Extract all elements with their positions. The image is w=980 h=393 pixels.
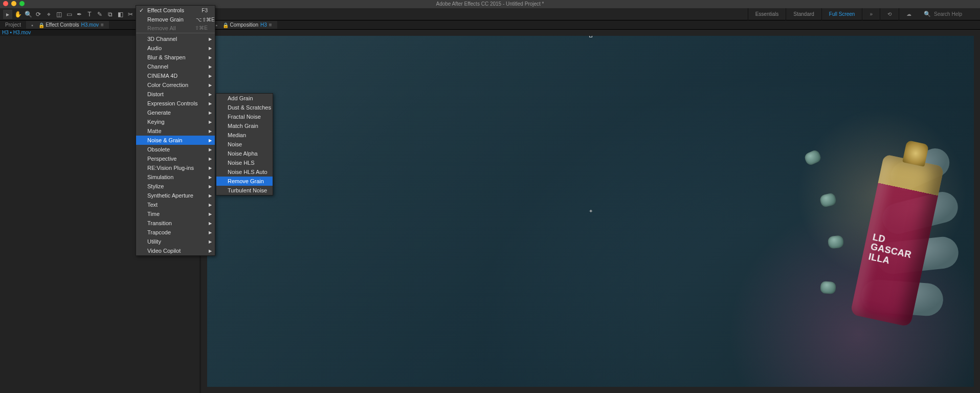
layer-handle-top[interactable]	[589, 36, 592, 37]
menu-item-noise-grain[interactable]: Noise & Grain	[136, 136, 215, 145]
noise-and-grain-submenu[interactable]: Add GrainDust & ScratchesFractal NoiseMa…	[216, 93, 273, 195]
menu-item-transition[interactable]: Transition	[136, 219, 215, 228]
composition-viewer[interactable]: ✦ LD GASCAR ILLA	[201, 30, 980, 393]
menu-item-obsolete[interactable]: Obsolete	[136, 145, 215, 154]
menu-item-label: Dust & Scratches	[228, 104, 271, 111]
menu-item-re-vision-plug-ins[interactable]: RE:Vision Plug-ins	[136, 163, 215, 172]
effect-controls-tab[interactable]: ▪ 🔒 Effect Controls H3.mov ≡	[26, 21, 109, 29]
shape-tool-icon[interactable]: ▭	[64, 10, 74, 19]
lock-icon[interactable]: 🔒	[38, 23, 43, 28]
submenu-item-noise-hls[interactable]: Noise HLS	[216, 158, 273, 167]
menu-item-synthetic-aperture[interactable]: Synthetic Aperture	[136, 191, 215, 200]
type-tool-icon[interactable]: T	[85, 10, 94, 19]
submenu-item-dust-scratches[interactable]: Dust & Scratches	[216, 103, 273, 112]
composition-tab[interactable]: ▪ 🔒 Composition H3 ≡	[210, 21, 277, 29]
image-region	[820, 281, 836, 294]
menu-item-time[interactable]: Time	[136, 209, 215, 219]
menu-item-effect-controls[interactable]: Effect ControlsF3	[136, 6, 215, 15]
menu-item-distort[interactable]: Distort	[136, 90, 215, 99]
menu-item-label: Fractal Noise	[228, 114, 261, 120]
workspace-standard[interactable]: Standard	[786, 8, 821, 20]
window-controls	[3, 1, 25, 6]
camera-tool-icon[interactable]: ⌖	[44, 10, 53, 19]
brush-tool-icon[interactable]: ✎	[95, 10, 104, 19]
viewer-content[interactable]: ✦ LD GASCAR ILLA	[207, 36, 974, 387]
menu-item-label: Video Copilot	[147, 248, 181, 254]
minimize-window-button[interactable]	[11, 1, 16, 6]
search-icon: 🔍	[924, 11, 931, 17]
menu-item-label: Channel	[147, 63, 168, 70]
menu-item-label: 3D Channel	[147, 36, 177, 42]
anchor-point-icon[interactable]: ✦	[588, 209, 593, 214]
maximize-window-button[interactable]	[19, 1, 25, 6]
submenu-item-remove-grain[interactable]: Remove Grain	[216, 177, 273, 186]
menu-item-channel[interactable]: Channel	[136, 62, 215, 71]
tab-menu-icon[interactable]: ≡	[269, 22, 272, 28]
selection-tool-icon[interactable]: ▸	[3, 10, 12, 19]
menu-item-generate[interactable]: Generate	[136, 108, 215, 117]
menu-item-perspective[interactable]: Perspective	[136, 154, 215, 163]
eraser-tool-icon[interactable]: ◧	[116, 10, 125, 19]
menu-item-label: Color Correction	[147, 82, 188, 88]
menu-item-color-correction[interactable]: Color Correction	[136, 80, 215, 90]
composition-label: Composition	[230, 22, 258, 28]
menu-item-label: Blur & Sharpen	[147, 54, 186, 60]
workspace-essentials[interactable]: Essentials	[748, 8, 786, 20]
effect-menu[interactable]: Effect ControlsF3Remove Grain⌥⇧⌘ERemove …	[136, 5, 215, 256]
panel-menu-icon[interactable]: ▪	[215, 23, 220, 28]
menu-item-blur-sharpen[interactable]: Blur & Sharpen	[136, 53, 215, 62]
menu-item-matte[interactable]: Matte	[136, 126, 215, 136]
zoom-tool-icon[interactable]: 🔍	[24, 10, 33, 19]
composition-name: H3	[260, 22, 267, 28]
menu-item-utility[interactable]: Utility	[136, 237, 215, 246]
composition-tabs: × ▪ 🔒 Composition H3 ≡	[201, 20, 980, 30]
submenu-item-add-grain[interactable]: Add Grain	[216, 94, 273, 103]
menu-item-label: Remove Grain	[228, 178, 264, 184]
workspace-overflow-icon[interactable]: »	[862, 8, 880, 20]
menu-item-label: Effect Controls	[147, 7, 184, 13]
bottle-label-text: LD GASCAR ILLA	[867, 232, 928, 274]
workspace-fullscreen[interactable]: Full Screen	[821, 8, 862, 20]
menu-item-label: Match Grain	[228, 123, 258, 129]
menu-item-text[interactable]: Text	[136, 200, 215, 209]
cc-libraries-icon[interactable]: ☁	[899, 8, 919, 20]
submenu-item-turbulent-noise[interactable]: Turbulent Noise	[216, 186, 273, 195]
pan-behind-tool-icon[interactable]: ◫	[54, 10, 63, 19]
sync-settings-icon[interactable]: ⟲	[880, 8, 899, 20]
submenu-item-fractal-noise[interactable]: Fractal Noise	[216, 112, 273, 121]
effect-controls-target: H3.mov	[81, 22, 99, 28]
roto-brush-tool-icon[interactable]: ✂	[126, 10, 135, 19]
menu-item-remove-grain[interactable]: Remove Grain⌥⇧⌘E	[136, 15, 215, 24]
menu-item-label: Obsolete	[147, 146, 170, 152]
menu-item-audio[interactable]: Audio	[136, 43, 215, 53]
project-tab[interactable]: Project	[0, 21, 26, 29]
tab-close-icon[interactable]: ≡	[101, 22, 104, 28]
submenu-item-noise-alpha[interactable]: Noise Alpha	[216, 149, 273, 158]
lock-icon[interactable]: 🔒	[222, 23, 228, 28]
breadcrumb[interactable]: H3 • H3.mov	[2, 30, 31, 35]
menu-item-video-copilot[interactable]: Video Copilot	[136, 246, 215, 255]
menu-item-label: Median	[228, 132, 246, 138]
submenu-item-match-grain[interactable]: Match Grain	[216, 121, 273, 130]
clone-stamp-tool-icon[interactable]: ⧉	[105, 10, 115, 19]
hand-tool-icon[interactable]: ✋	[13, 10, 23, 19]
submenu-item-median[interactable]: Median	[216, 130, 273, 140]
menu-item-trapcode[interactable]: Trapcode	[136, 228, 215, 237]
panel-menu-icon[interactable]: ▪	[31, 23, 36, 28]
submenu-item-noise[interactable]: Noise	[216, 140, 273, 149]
tool-group: ▸ ✋ 🔍 ⟳ ⌖ ◫ ▭ ✒ T ✎ ⧉ ◧ ✂ 📌	[0, 10, 145, 19]
menu-item-simulation[interactable]: Simulation	[136, 172, 215, 182]
menu-item-shortcut: ⇧⌘E	[183, 25, 208, 31]
menu-item-cinema-4d[interactable]: CINEMA 4D	[136, 71, 215, 80]
menu-item-keying[interactable]: Keying	[136, 117, 215, 126]
menu-item-3d-channel[interactable]: 3D Channel	[136, 34, 215, 43]
rotate-tool-icon[interactable]: ⟳	[34, 10, 43, 19]
close-window-button[interactable]	[3, 1, 8, 6]
search-help-input[interactable]	[934, 11, 975, 17]
image-region	[828, 235, 844, 249]
pen-tool-icon[interactable]: ✒	[75, 10, 84, 19]
menu-item-stylize[interactable]: Stylize	[136, 182, 215, 191]
menu-item-expression-controls[interactable]: Expression Controls	[136, 99, 215, 108]
submenu-item-noise-hls-auto[interactable]: Noise HLS Auto	[216, 167, 273, 177]
app-title: Adobe After Effects CC 2015 - Untitled P…	[436, 1, 544, 7]
